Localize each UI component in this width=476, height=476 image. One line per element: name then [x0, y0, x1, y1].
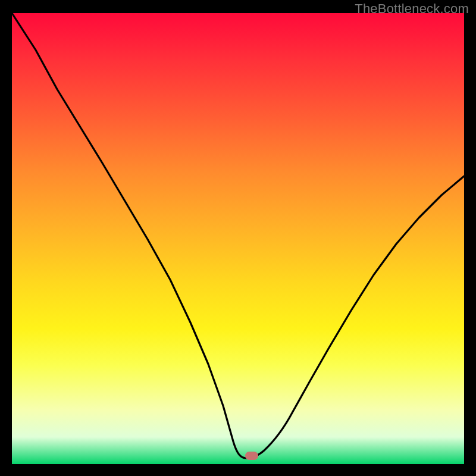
bottleneck-curve-path: [12, 13, 464, 458]
optimal-marker: [245, 452, 258, 460]
chart-stage: TheBottleneck.com: [0, 0, 476, 476]
curve-svg: [12, 13, 464, 464]
plot-area: [12, 13, 464, 464]
